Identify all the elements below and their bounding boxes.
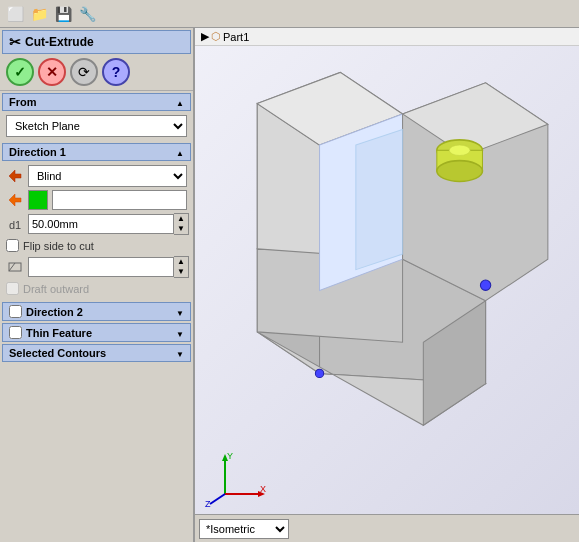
depth-spin-down[interactable]: ▼ [174,224,188,234]
action-buttons: ✓ ✕ ⟳ ? [0,54,193,91]
svg-marker-1 [9,194,21,206]
direction2-label: Direction 2 [26,306,83,318]
selected-contours-label: Selected Contours [9,347,106,359]
direction2-checkbox[interactable] [9,305,22,318]
svg-marker-22 [356,130,403,270]
toolbar-icon-3[interactable]: 💾 [52,3,74,25]
part-icon: ⬡ [211,30,221,43]
svg-point-21 [315,369,323,377]
top-toolbar: ⬜ 📁 💾 🔧 [0,0,579,28]
cancel-button[interactable]: ✕ [38,58,66,86]
depth-input-wrap: 50.00mm ▲ ▼ [28,213,189,235]
toolbar-icon-2[interactable]: 📁 [28,3,50,25]
svg-marker-0 [9,170,21,182]
draft-angle-row: ▲ ▼ [6,256,187,278]
selected-contours-chevron [176,347,184,359]
svg-rect-3 [9,263,21,271]
part-label: Part1 [223,31,249,43]
from-section-header[interactable]: From [2,93,191,111]
from-section-content: Sketch Plane Surface/Face/Plane Vertex O… [0,111,193,141]
thin-feature-checkbox[interactable] [9,326,22,339]
direction1-depth-row: d1 50.00mm ▲ ▼ [6,213,187,235]
direction1-section-header[interactable]: Direction 1 [2,143,191,161]
view-bar: *Isometric Front Top Right [195,514,579,542]
direction1-content: Blind Through All Through All-Both Up To… [0,161,193,300]
flip-side-label: Flip side to cut [23,240,94,252]
direction1-arrow-icon [6,191,24,209]
panel-title-text: Cut-Extrude [25,35,94,49]
axes-indicator: Y X Z [205,449,275,509]
draft-outward-row: Draft outward [6,281,187,296]
direction1-label: Direction 1 [9,146,66,158]
svg-text:Z: Z [205,499,211,509]
preview-icon: ⟳ [78,64,90,80]
svg-line-4 [9,263,15,271]
toolbar-icon-1[interactable]: ⬜ [4,3,26,25]
left-panel: ✂ Cut-Extrude ✓ ✕ ⟳ ? From [0,28,195,542]
thin-feature-label: Thin Feature [26,327,92,339]
thin-feature-section-header[interactable]: Thin Feature [2,323,191,342]
thin-feature-chevron [176,327,184,339]
depth-spinners: ▲ ▼ [174,213,189,235]
direction1-color-row [6,190,187,210]
draft-input-wrap: ▲ ▼ [28,256,189,278]
svg-text:d1: d1 [9,219,21,231]
selected-contours-section-header[interactable]: Selected Contours [2,344,191,362]
direction1-face-field[interactable] [52,190,187,210]
tree-expand-icon[interactable]: ▶ [201,30,209,43]
draft-outward-checkbox[interactable] [6,282,19,295]
flip-side-checkbox[interactable] [6,239,19,252]
right-panel: ▶ ⬡ Part1 [195,28,579,542]
help-icon: ? [112,64,121,80]
from-section-chevron [176,96,184,108]
draft-angle-input[interactable] [28,257,174,277]
toolbar-icon-4[interactable]: 🔧 [76,3,98,25]
draft-outward-label: Draft outward [23,283,89,295]
viewport[interactable]: Y X Z [195,46,579,514]
svg-point-19 [449,145,470,155]
cancel-icon: ✕ [46,64,58,80]
depth-input[interactable]: 50.00mm [28,214,174,234]
ok-button[interactable]: ✓ [6,58,34,86]
draft-spin-up[interactable]: ▲ [174,257,188,267]
direction1-color-box[interactable] [28,190,48,210]
svg-line-29 [210,494,225,504]
svg-text:Y: Y [227,451,233,461]
direction1-type-row: Blind Through All Through All-Both Up To… [6,165,187,187]
depth-spin-up[interactable]: ▲ [174,214,188,224]
draft-spin-down[interactable]: ▼ [174,267,188,277]
direction2-chevron [176,306,184,318]
panel-title-icon: ✂ [9,34,21,50]
tree-area: ▶ ⬡ Part1 [195,28,579,46]
draft-spinners: ▲ ▼ [174,256,189,278]
depth-icon: d1 [6,215,24,233]
ok-icon: ✓ [14,64,26,80]
svg-point-18 [437,161,483,182]
flip-side-row: Flip side to cut [6,238,187,253]
svg-text:X: X [260,484,266,494]
main-area: ✂ Cut-Extrude ✓ ✕ ⟳ ? From [0,28,579,542]
view-select[interactable]: *Isometric Front Top Right [199,519,289,539]
svg-point-20 [480,280,490,290]
from-select[interactable]: Sketch Plane Surface/Face/Plane Vertex O… [6,115,187,137]
panel-title: ✂ Cut-Extrude [2,30,191,54]
direction1-chevron [176,146,184,158]
direction1-flip-icon[interactable] [6,167,24,185]
direction2-section-header[interactable]: Direction 2 [2,302,191,321]
preview-button[interactable]: ⟳ [70,58,98,86]
draft-icon [6,258,24,276]
direction1-type-select[interactable]: Blind Through All Through All-Both Up To… [28,165,187,187]
help-button[interactable]: ? [102,58,130,86]
from-section-label: From [9,96,37,108]
3d-shape-svg [195,46,579,514]
